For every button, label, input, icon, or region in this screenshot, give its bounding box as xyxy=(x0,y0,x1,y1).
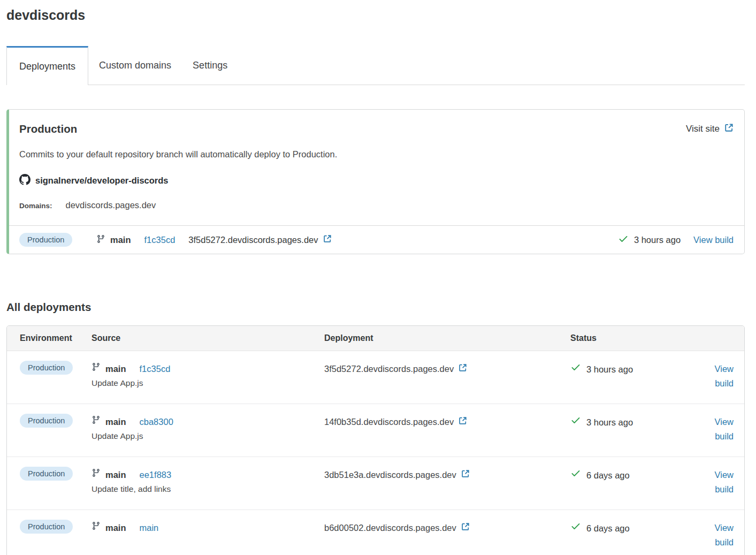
deployment-time: 6 days ago xyxy=(586,468,630,482)
deployment-url-link[interactable]: 3f5d5272.devdiscords.pages.dev xyxy=(324,362,467,376)
deployment-url: 3f5d5272.devdiscords.pages.dev xyxy=(188,235,318,245)
repository-name: signalnerve/developer-discords xyxy=(35,176,169,186)
column-header-status: Status xyxy=(570,333,687,343)
commit-link[interactable]: cba8300 xyxy=(140,415,173,429)
check-icon xyxy=(570,415,581,430)
visit-site-link[interactable]: Visit site xyxy=(686,123,734,135)
production-card-body: Production Visit site Commits to your de… xyxy=(9,110,744,225)
domains-label: Domains: xyxy=(19,202,52,210)
deployment-row: Production main main b6d00502.devdiscord… xyxy=(7,510,744,555)
view-build-link[interactable]: View build xyxy=(693,235,734,245)
production-description: Commits to your default repository branc… xyxy=(19,149,734,159)
deployment-row: Production main cba8300 Update App.js 14… xyxy=(7,404,744,457)
visit-site-label: Visit site xyxy=(686,124,720,134)
environment-badge: Production xyxy=(19,233,72,247)
environment-badge: Production xyxy=(20,414,73,428)
view-build-link[interactable]: View build xyxy=(715,364,734,388)
domains-value: devdiscords.pages.dev xyxy=(66,200,156,210)
deployment-url: b6d00502.devdiscords.pages.dev xyxy=(324,521,456,535)
check-icon xyxy=(570,468,581,483)
production-card: Production Visit site Commits to your de… xyxy=(6,109,745,254)
view-build-link[interactable]: View build xyxy=(715,417,734,441)
external-link-icon xyxy=(461,521,470,535)
pages-project-page: devdiscords Deployments Custom domains S… xyxy=(6,0,745,555)
deployments-table-body: Production main f1c35cd Update App.js 3f… xyxy=(7,351,744,555)
commit-link[interactable]: main xyxy=(140,521,159,535)
deployment-url-link[interactable]: 14f0b35d.devdiscords.pages.dev xyxy=(324,415,467,429)
environment-badge: Production xyxy=(20,467,73,481)
deployment-time: 6 days ago xyxy=(586,521,630,535)
repository-line: signalnerve/developer-discords xyxy=(19,174,734,187)
check-icon xyxy=(618,233,629,246)
branch-name: main xyxy=(105,521,126,535)
tab-settings[interactable]: Settings xyxy=(182,46,238,85)
git-branch-icon xyxy=(91,362,101,376)
git-branch-icon xyxy=(91,468,101,482)
deployment-row: Production main ee1f883 Update title, ad… xyxy=(7,457,744,510)
external-link-icon xyxy=(459,415,467,429)
tab-bar: Deployments Custom domains Settings xyxy=(6,46,745,85)
check-icon xyxy=(570,521,581,536)
page-title: devdiscords xyxy=(6,7,745,23)
commit-message: Update App.js xyxy=(91,430,324,442)
github-icon xyxy=(19,174,30,187)
commit-message: Update title, add links xyxy=(91,483,324,495)
tab-deployments[interactable]: Deployments xyxy=(6,46,88,85)
all-deployments-title: All deployments xyxy=(6,301,745,314)
git-branch-icon xyxy=(96,234,105,246)
deployment-time: 3 hours ago xyxy=(586,362,633,376)
external-link-icon xyxy=(461,468,470,482)
deployment-url: 3f5d5272.devdiscords.pages.dev xyxy=(324,362,454,376)
deployment-url: 14f0b35d.devdiscords.pages.dev xyxy=(324,415,454,429)
production-card-title: Production xyxy=(19,123,77,135)
deployment-url-link[interactable]: b6d00502.devdiscords.pages.dev xyxy=(324,521,470,535)
deployment-time: 3 hours ago xyxy=(586,415,633,429)
deployments-table: Environment Source Deployment Status Pro… xyxy=(6,325,745,555)
domains-line: Domains: devdiscords.pages.dev xyxy=(19,200,734,210)
column-header-source: Source xyxy=(91,333,324,343)
branch-name: main xyxy=(105,468,126,482)
commit-link[interactable]: f1c35cd xyxy=(144,235,175,245)
deployment-url-link[interactable]: 3f5d5272.devdiscords.pages.dev xyxy=(188,234,331,245)
view-build-link[interactable]: View build xyxy=(715,523,734,547)
check-icon xyxy=(570,362,581,377)
tab-custom-domains[interactable]: Custom domains xyxy=(88,46,182,85)
column-header-environment: Environment xyxy=(20,333,91,343)
git-branch-icon xyxy=(91,415,101,429)
branch-name: main xyxy=(105,415,126,429)
deployment-row: Production main f1c35cd Update App.js 3f… xyxy=(7,351,744,404)
environment-badge: Production xyxy=(20,520,73,534)
git-branch-icon xyxy=(91,521,101,535)
external-link-icon xyxy=(323,234,332,245)
view-build-link[interactable]: View build xyxy=(715,470,734,494)
branch-name: main xyxy=(105,362,126,376)
deployment-time: 3 hours ago xyxy=(634,235,681,245)
external-link-icon xyxy=(724,123,734,135)
column-header-deployment: Deployment xyxy=(324,333,570,343)
commit-link[interactable]: ee1f883 xyxy=(140,468,172,482)
environment-badge: Production xyxy=(20,361,73,375)
branch-name: main xyxy=(110,235,131,245)
deployment-url-link[interactable]: 3db51e3a.devdiscords.pages.dev xyxy=(324,468,470,482)
external-link-icon xyxy=(459,362,467,376)
production-latest-deployment-row: Production main f1c35cd 3f5d5272.devdisc… xyxy=(9,225,744,254)
deployments-table-header: Environment Source Deployment Status xyxy=(7,326,744,351)
commit-message: Update App.js xyxy=(91,377,324,389)
deployment-url: 3db51e3a.devdiscords.pages.dev xyxy=(324,468,456,482)
commit-link[interactable]: f1c35cd xyxy=(140,362,171,376)
